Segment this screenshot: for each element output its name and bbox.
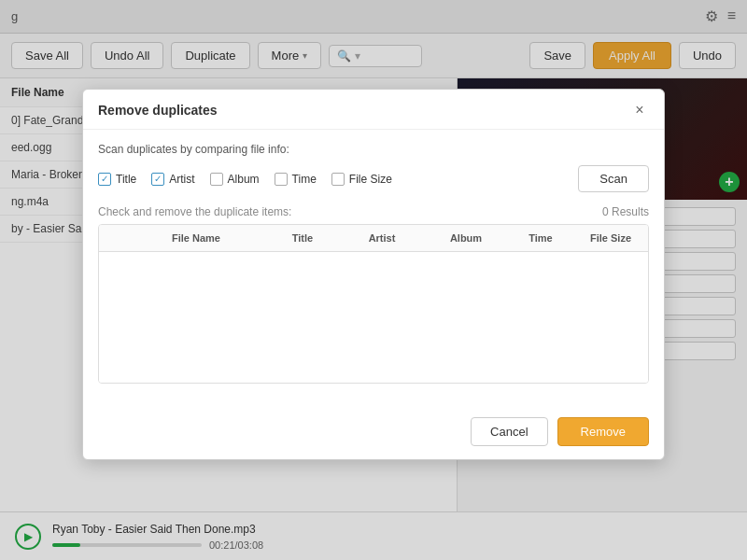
option-filesize-label: File Size [349, 173, 392, 186]
checkbox-time [275, 173, 288, 186]
remove-button[interactable]: Remove [557, 417, 649, 446]
checkbox-filesize [331, 173, 345, 186]
results-label: Check and remove the duplicate items: [98, 205, 291, 218]
modal-body: Scan duplicates by comparing file info: … [83, 130, 664, 410]
col-header-title: Title [265, 225, 340, 251]
option-artist[interactable]: ✓ Artist [151, 173, 194, 186]
results-count: 0 Results [602, 205, 649, 218]
option-artist-label: Artist [169, 173, 194, 186]
checkbox-title: ✓ [98, 173, 111, 186]
modal-title: Remove duplicates [98, 103, 218, 118]
col-header-checkbox [99, 225, 127, 251]
scan-options-row: ✓ Title ✓ Artist Album Time [98, 165, 649, 192]
option-album[interactable]: Album [210, 173, 260, 186]
table-body [99, 252, 648, 383]
option-time-label: Time [292, 173, 317, 186]
col-header-artist: Artist [340, 225, 424, 251]
col-header-filesize: File Size [573, 225, 648, 251]
modal-header: Remove duplicates × [83, 90, 664, 130]
modal-backdrop: Remove duplicates × Scan duplicates by c… [0, 0, 747, 560]
scan-button[interactable]: Scan [578, 165, 649, 192]
col-header-filename: File Name [127, 225, 265, 251]
option-filesize[interactable]: File Size [331, 173, 392, 186]
modal-close-button[interactable]: × [630, 101, 649, 119]
option-time[interactable]: Time [275, 173, 317, 186]
option-title[interactable]: ✓ Title [98, 173, 136, 186]
table-header: File Name Title Artist Album Time File S… [99, 225, 648, 252]
results-table: File Name Title Artist Album Time File S… [98, 224, 649, 384]
cancel-button[interactable]: Cancel [471, 417, 547, 446]
option-title-label: Title [116, 173, 136, 186]
remove-duplicates-modal: Remove duplicates × Scan duplicates by c… [82, 89, 665, 460]
col-header-time: Time [508, 225, 573, 251]
results-header: Check and remove the duplicate items: 0 … [98, 205, 649, 218]
col-header-album: Album [424, 225, 508, 251]
modal-footer: Cancel Remove [83, 410, 664, 459]
scan-options-label: Scan duplicates by comparing file info: [98, 143, 649, 156]
checkbox-album [210, 173, 223, 186]
checkbox-artist: ✓ [151, 173, 164, 186]
option-album-label: Album [228, 173, 260, 186]
